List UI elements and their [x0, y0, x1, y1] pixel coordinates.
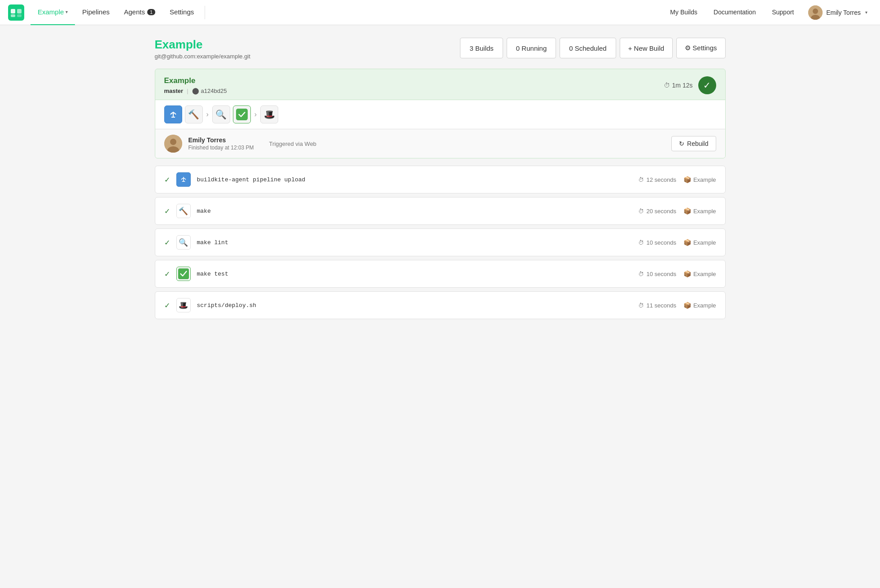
nav-item-agents[interactable]: Agents 1	[117, 0, 162, 25]
job-status-check: ✓	[164, 176, 170, 184]
svg-point-6	[813, 9, 818, 14]
job-agent: 📦 Example	[683, 176, 716, 183]
cube-icon: 📦	[683, 302, 691, 309]
clock-icon: ⏱	[664, 82, 670, 89]
job-step-icon-deploy: 🎩	[176, 298, 191, 312]
build-trigger: Emily Torres Finished today at 12:03 PM …	[155, 129, 725, 158]
pipeline-step-make[interactable]: 🔨	[185, 105, 203, 123]
nav-separator	[205, 6, 205, 19]
job-agent: 📦 Example	[683, 239, 716, 246]
job-row[interactable]: ✓ buildkite-agent pipeline upload ⏱ 12 s…	[155, 166, 726, 193]
job-row[interactable]: ✓ 🎩 scripts/deploy.sh ⏱ 11 seconds 📦 Exa…	[155, 291, 726, 319]
header-actions: 3 Builds 0 Running 0 Scheduled + New Bui…	[460, 38, 725, 58]
job-list: ✓ buildkite-agent pipeline upload ⏱ 12 s…	[155, 166, 726, 319]
job-name: make test	[197, 271, 632, 277]
step-arrow-1: ›	[206, 110, 209, 118]
pipeline-step-test[interactable]	[233, 105, 251, 123]
running-stat-button[interactable]: 0 Running	[507, 38, 556, 58]
page-header: Example git@github.com:example/example.g…	[155, 38, 726, 60]
trigger-source: Triggered via Web	[269, 140, 317, 147]
cube-icon: 📦	[683, 176, 691, 183]
nav-item-settings[interactable]: Settings	[162, 0, 201, 25]
nav-logo[interactable]	[7, 4, 25, 22]
job-right: ⏱ 10 seconds 📦 Example	[638, 270, 716, 277]
nav-item-pipelines[interactable]: Pipelines	[75, 0, 117, 25]
build-duration: ⏱ 1m 12s	[664, 82, 693, 89]
svg-rect-18	[178, 268, 189, 279]
github-icon: ⬤	[192, 87, 199, 94]
clock-icon: ⏱	[638, 176, 644, 183]
nav-right: My Builds Documentation Support Emily To…	[663, 0, 873, 25]
page-title-block: Example git@github.com:example/example.g…	[155, 38, 250, 60]
clock-icon: ⏱	[638, 271, 644, 277]
page-title[interactable]: Example	[155, 38, 250, 52]
svg-rect-0	[8, 4, 24, 21]
job-agent: 📦 Example	[683, 302, 716, 309]
pipeline-step-lint[interactable]: 🔍	[212, 105, 230, 123]
user-name: Emily Torres	[826, 9, 861, 16]
builds-stat-button[interactable]: 3 Builds	[460, 38, 503, 58]
agents-badge: 1	[147, 9, 155, 15]
trigger-user-name: Emily Torres	[188, 136, 254, 144]
job-right: ⏱ 20 seconds 📦 Example	[638, 207, 716, 215]
job-row[interactable]: ✓ 🔍 make lint ⏱ 10 seconds 📦 Example	[155, 228, 726, 256]
job-agent: 📦 Example	[683, 270, 716, 277]
job-step-icon-upload	[176, 172, 191, 187]
user-menu-chevron: ▾	[865, 10, 867, 15]
job-status-check: ✓	[164, 238, 170, 247]
job-name: scripts/deploy.sh	[197, 302, 632, 309]
svg-point-13	[170, 139, 176, 145]
job-time: ⏱ 20 seconds	[638, 208, 676, 215]
build-card-title[interactable]: Example	[164, 76, 227, 85]
nav-item-documentation[interactable]: Documentation	[706, 0, 763, 25]
build-card: Example master | ⬤ a124bd25 ⏱ 1m 12s ✓	[155, 69, 726, 158]
navbar: Example ▾ Pipelines Agents 1 Settings My…	[0, 0, 880, 25]
job-agent: 📦 Example	[683, 207, 716, 215]
page-subtitle: git@github.com:example/example.git	[155, 53, 250, 60]
svg-rect-2	[17, 9, 22, 13]
clock-icon: ⏱	[638, 302, 644, 309]
job-time: ⏱ 11 seconds	[638, 302, 676, 309]
nav-item-support[interactable]: Support	[765, 0, 801, 25]
svg-rect-4	[17, 14, 22, 17]
build-card-info: Example master | ⬤ a124bd25	[164, 76, 227, 94]
rebuild-button[interactable]: ↻ Rebuild	[671, 136, 716, 151]
clock-icon: ⏱	[638, 239, 644, 246]
svg-rect-3	[11, 14, 15, 17]
cube-icon: 📦	[683, 239, 691, 246]
nav-item-my-builds[interactable]: My Builds	[663, 0, 705, 25]
job-right: ⏱ 10 seconds 📦 Example	[638, 239, 716, 246]
job-status-check: ✓	[164, 270, 170, 278]
new-build-button[interactable]: + New Build	[620, 38, 673, 58]
build-card-header: Example master | ⬤ a124bd25 ⏱ 1m 12s ✓	[155, 69, 725, 100]
trigger-time: Finished today at 12:03 PM	[188, 145, 254, 151]
pipeline-step-deploy[interactable]: 🎩	[260, 105, 278, 123]
trigger-avatar	[164, 135, 182, 153]
user-menu[interactable]: Emily Torres ▾	[803, 0, 873, 25]
job-row[interactable]: ✓ 🔨 make ⏱ 20 seconds 📦 Example	[155, 197, 726, 225]
job-step-icon-lint: 🔍	[176, 235, 191, 250]
build-success-indicator: ✓	[698, 76, 716, 94]
job-row[interactable]: ✓ make test ⏱ 10 seconds 📦 Example	[155, 260, 726, 288]
job-name: make lint	[197, 239, 632, 246]
avatar	[808, 5, 823, 20]
cube-icon: 📦	[683, 270, 691, 277]
nav-item-example[interactable]: Example ▾	[31, 0, 75, 25]
job-status-check: ✓	[164, 207, 170, 215]
clock-icon: ⏱	[638, 208, 644, 215]
job-time: ⏱ 12 seconds	[638, 176, 676, 183]
job-right: ⏱ 11 seconds 📦 Example	[638, 302, 716, 309]
svg-rect-11	[236, 109, 248, 120]
job-step-icon-make: 🔨	[176, 204, 191, 218]
scheduled-stat-button[interactable]: 0 Scheduled	[560, 38, 616, 58]
build-card-meta: master | ⬤ a124bd25	[164, 87, 227, 94]
pipeline-step-upload[interactable]	[164, 105, 182, 123]
job-time: ⏱ 10 seconds	[638, 271, 676, 277]
cube-icon: 📦	[683, 207, 691, 215]
main-content: Example git@github.com:example/example.g…	[144, 25, 736, 332]
build-commit: ⬤ a124bd25	[192, 87, 227, 94]
job-name: buildkite-agent pipeline upload	[197, 176, 632, 183]
settings-button[interactable]: ⚙ Settings	[676, 38, 725, 58]
svg-rect-1	[11, 9, 15, 13]
job-time: ⏱ 10 seconds	[638, 239, 676, 246]
